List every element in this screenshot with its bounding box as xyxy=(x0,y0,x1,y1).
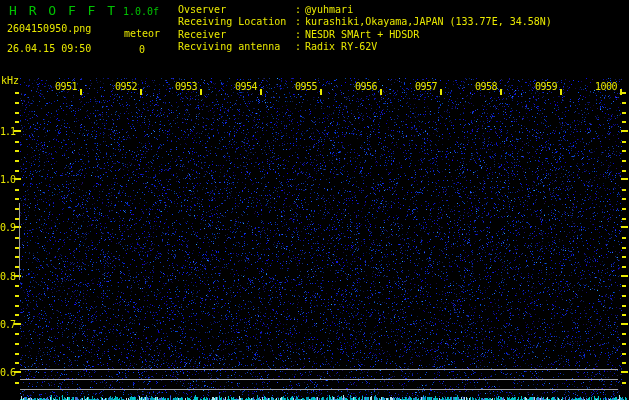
x-tick-label: 0956 xyxy=(353,81,379,92)
y-major-tick-right xyxy=(621,323,628,325)
y-minor-tick-right xyxy=(622,266,626,268)
y-minor-tick-left xyxy=(15,305,19,307)
y-minor-tick-left xyxy=(15,102,19,104)
y-minor-tick-right xyxy=(622,256,626,258)
y-minor-tick-right xyxy=(622,247,626,249)
y-minor-tick-right xyxy=(622,314,626,316)
x-tick-label: 0957 xyxy=(413,81,439,92)
y-minor-tick-left xyxy=(15,314,19,316)
x-tick xyxy=(500,89,502,95)
y-axis-unit-label: kHz xyxy=(1,75,19,86)
y-minor-tick-right xyxy=(622,150,626,152)
info-separator: : xyxy=(295,41,301,53)
x-tick-label: 0955 xyxy=(293,81,319,92)
x-tick-label: 1000 xyxy=(593,81,619,92)
meteor-count-value: 0 xyxy=(139,44,145,55)
x-tick xyxy=(260,89,262,95)
info-row: Receiver:NESDR SMArt + HDSDR xyxy=(178,29,628,41)
y-minor-tick-right xyxy=(622,141,626,143)
observation-datetime: 26.04.15 09:50 xyxy=(7,43,91,54)
y-minor-tick-right xyxy=(622,382,626,384)
y-major-tick-right xyxy=(621,130,628,132)
y-minor-tick-left xyxy=(15,150,19,152)
info-value: @yuhmari xyxy=(305,4,353,16)
hrofft-screenshot: H R O F F T 1.0.0f 2604150950.png meteor… xyxy=(0,0,629,400)
info-label: Receiver xyxy=(178,29,295,41)
x-tick xyxy=(140,89,142,95)
detection-band-marker xyxy=(19,203,20,280)
info-label: Recviving antenna xyxy=(178,41,295,53)
spectrogram-canvas xyxy=(0,0,629,400)
x-tick-label: 0958 xyxy=(473,81,499,92)
y-minor-tick-right xyxy=(622,189,626,191)
x-tick xyxy=(380,89,382,95)
y-minor-tick-left xyxy=(15,141,19,143)
y-minor-tick-right xyxy=(622,198,626,200)
y-minor-tick-right xyxy=(622,305,626,307)
info-row: Recviving antenna:Radix RY-62V xyxy=(178,41,628,53)
y-minor-tick-left xyxy=(15,333,19,335)
y-major-tick-left xyxy=(14,130,21,132)
x-tick xyxy=(560,89,562,95)
station-info: Ovserver:@yuhmari Receiving Location:kur… xyxy=(178,4,628,54)
y-minor-tick-right xyxy=(622,121,626,123)
y-minor-tick-right xyxy=(622,362,626,364)
meteor-count-label: meteor xyxy=(124,28,160,39)
info-separator: : xyxy=(295,4,301,16)
y-minor-tick-right xyxy=(622,295,626,297)
y-minor-tick-right xyxy=(622,102,626,104)
y-major-tick-right xyxy=(621,178,628,180)
y-major-tick-right xyxy=(621,371,628,373)
y-major-tick-right xyxy=(621,275,628,277)
y-minor-tick-right xyxy=(622,160,626,162)
y-minor-tick-right xyxy=(622,170,626,172)
info-row: Ovserver:@yuhmari xyxy=(178,4,628,16)
marker-line-horizontal xyxy=(20,389,618,390)
x-tick xyxy=(440,89,442,95)
y-major-tick-left xyxy=(14,323,21,325)
y-major-tick-right xyxy=(621,226,628,228)
y-minor-tick-left xyxy=(15,92,19,94)
info-label: Receiving Location xyxy=(178,16,295,28)
y-minor-tick-right xyxy=(622,343,626,345)
x-tick xyxy=(80,89,82,95)
y-minor-tick-right xyxy=(622,218,626,220)
info-value: kurashiki,Okayama,JAPAN (133.77E, 34.58N… xyxy=(305,16,552,28)
info-value: NESDR SMArt + HDSDR xyxy=(305,29,419,41)
y-minor-tick-right xyxy=(622,237,626,239)
x-tick xyxy=(200,89,202,95)
y-minor-tick-right xyxy=(622,208,626,210)
info-separator: : xyxy=(295,16,301,28)
y-minor-tick-right xyxy=(622,92,626,94)
y-minor-tick-left xyxy=(15,353,19,355)
y-minor-tick-left xyxy=(15,362,19,364)
y-minor-tick-right xyxy=(622,112,626,114)
info-separator: : xyxy=(295,29,301,41)
y-minor-tick-left xyxy=(15,160,19,162)
x-tick-label: 0959 xyxy=(533,81,559,92)
y-minor-tick-left xyxy=(15,295,19,297)
x-tick-label: 0953 xyxy=(173,81,199,92)
y-minor-tick-left xyxy=(15,198,19,200)
x-tick-label: 0951 xyxy=(53,81,79,92)
x-tick-label: 0954 xyxy=(233,81,259,92)
marker-line-horizontal xyxy=(20,379,618,380)
y-minor-tick-right xyxy=(622,285,626,287)
y-minor-tick-left xyxy=(15,121,19,123)
app-title: H R O F F T xyxy=(9,3,117,18)
y-minor-tick-left xyxy=(15,285,19,287)
marker-line-horizontal xyxy=(20,369,618,370)
output-filename: 2604150950.png xyxy=(7,23,91,34)
y-minor-tick-left xyxy=(15,343,19,345)
info-label: Ovserver xyxy=(178,4,295,16)
y-minor-tick-right xyxy=(622,353,626,355)
info-row: Receiving Location:kurashiki,Okayama,JAP… xyxy=(178,16,628,28)
y-minor-tick-right xyxy=(622,333,626,335)
info-value: Radix RY-62V xyxy=(305,41,377,53)
x-tick xyxy=(320,89,322,95)
app-version: 1.0.0f xyxy=(123,6,159,17)
x-tick-label: 0952 xyxy=(113,81,139,92)
y-minor-tick-left xyxy=(15,189,19,191)
y-major-tick-left xyxy=(14,178,21,180)
y-minor-tick-left xyxy=(15,112,19,114)
